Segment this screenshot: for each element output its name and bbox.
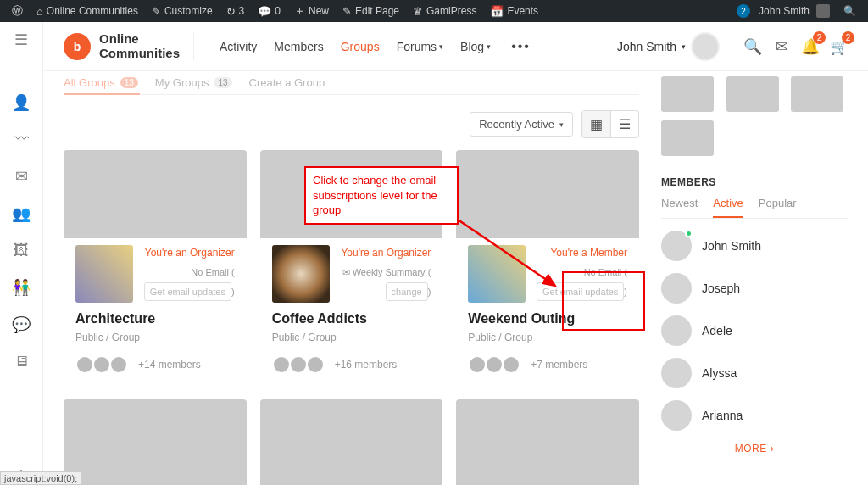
- chevron-down-icon: ▾: [682, 42, 686, 51]
- tab-all-groups[interactable]: All Groups13: [64, 76, 138, 89]
- rail-menu-icon[interactable]: ☰: [14, 31, 28, 49]
- user-menu[interactable]: John Smith▾: [617, 32, 720, 61]
- group-hero[interactable]: [260, 399, 443, 485]
- avatar: [289, 355, 308, 374]
- group-role: You're an Organizer: [145, 247, 235, 260]
- photo-thumb[interactable]: [661, 76, 714, 112]
- avatar: [75, 355, 94, 374]
- photo-widget: [661, 76, 848, 156]
- rail-user-icon[interactable]: 👤: [12, 93, 31, 112]
- group-card: [260, 399, 443, 485]
- inbox-icon[interactable]: ✉: [773, 38, 790, 55]
- group-hero[interactable]: [456, 399, 639, 485]
- nav-groups[interactable]: Groups: [341, 39, 380, 54]
- member-row[interactable]: Adele: [661, 315, 848, 346]
- rail-display-icon[interactable]: 🖥: [14, 353, 29, 371]
- sort-select[interactable]: Recently Active▾: [470, 112, 573, 137]
- wp-refresh[interactable]: ↻3: [221, 5, 250, 18]
- cart-badge: 2: [842, 31, 854, 44]
- group-card: [64, 399, 247, 485]
- bell-badge: 2: [813, 31, 826, 44]
- member-row[interactable]: Joseph: [661, 273, 848, 304]
- photo-thumb[interactable]: [726, 76, 779, 112]
- chevron-down-icon: ▾: [559, 120, 564, 129]
- wp-logo[interactable]: ⓦ: [7, 3, 28, 19]
- avatar: [661, 231, 692, 261]
- members-tab-popular[interactable]: Popular: [759, 197, 797, 218]
- nav-blog[interactable]: Blog ▾: [460, 39, 491, 54]
- members-more-link[interactable]: MORE ›: [661, 443, 848, 454]
- email-status: No Email (: [584, 267, 627, 277]
- group-hero[interactable]: [64, 399, 247, 485]
- wp-edit[interactable]: ✎Edit Page: [337, 5, 404, 18]
- online-indicator: [685, 230, 693, 237]
- email-status: No Email (: [191, 267, 234, 277]
- member-row[interactable]: Alyssa: [661, 358, 848, 388]
- wp-new[interactable]: ＋New: [289, 3, 334, 19]
- cart-icon[interactable]: 🛒2: [831, 38, 848, 55]
- members-tab-active[interactable]: Active: [713, 197, 743, 218]
- rail-inbox-icon[interactable]: ✉: [15, 167, 28, 186]
- wp-events[interactable]: 📅Events: [485, 5, 543, 18]
- wp-search-icon[interactable]: 🔍: [838, 5, 861, 17]
- avatar: [468, 355, 487, 374]
- nav-forums[interactable]: Forums ▾: [397, 39, 443, 54]
- email-change-link[interactable]: change: [386, 282, 428, 301]
- nav-more-icon[interactable]: •••: [511, 39, 531, 54]
- photo-thumb[interactable]: [661, 120, 714, 156]
- group-title[interactable]: Coffee Addicts: [272, 311, 431, 326]
- member-count[interactable]: +16 members: [335, 359, 398, 371]
- member-count[interactable]: +14 members: [138, 359, 201, 371]
- wp-customize[interactable]: ✎Customize: [147, 5, 218, 18]
- search-icon[interactable]: 🔍: [744, 38, 761, 55]
- tab-my-groups[interactable]: My Groups13: [155, 76, 232, 89]
- members-tab-newest[interactable]: Newest: [661, 197, 698, 218]
- avatar: [306, 355, 325, 374]
- annotation-callout: Click to change the email subscriptions …: [304, 166, 459, 225]
- rail-chat-icon[interactable]: 💬: [12, 315, 31, 334]
- group-title[interactable]: Architecture: [75, 311, 235, 326]
- wp-gamipress[interactable]: ♛GamiPress: [408, 5, 481, 18]
- email-status: Weekly Summary (: [353, 267, 431, 277]
- avatar: [92, 355, 111, 374]
- member-count[interactable]: +7 members: [531, 359, 587, 371]
- chevron-down-icon: ▾: [487, 42, 491, 51]
- group-role: You're an Organizer: [341, 247, 431, 260]
- members-heading: MEMBERS: [661, 176, 848, 188]
- wp-comments[interactable]: 💬0: [253, 5, 286, 18]
- rail-groups-icon[interactable]: 👥: [12, 204, 31, 223]
- avatar: [272, 355, 291, 374]
- email-icon: ✉: [342, 267, 353, 277]
- member-row[interactable]: Arianna: [661, 400, 848, 431]
- email-change-link[interactable]: Get email updates: [144, 282, 231, 301]
- group-hero[interactable]: [64, 150, 247, 238]
- nav-activity[interactable]: Activity: [220, 39, 257, 54]
- group-title[interactable]: Weekend Outing: [468, 311, 627, 326]
- chevron-down-icon: ▾: [439, 42, 443, 51]
- wp-site[interactable]: ⌂Online Communities: [31, 5, 143, 18]
- browser-status: javascript:void(0);: [0, 471, 81, 485]
- rail-activity-icon[interactable]: 〰: [14, 131, 29, 148]
- avatar: [485, 355, 504, 374]
- avatar: [661, 400, 692, 431]
- bell-icon[interactable]: 🔔2: [802, 38, 819, 55]
- brand-logo[interactable]: b Online Communities: [64, 32, 194, 60]
- group-tabs: All Groups13 My Groups13 Create a Group: [64, 71, 639, 95]
- rail-friends-icon[interactable]: 👫: [12, 278, 31, 297]
- avatar: [109, 355, 128, 374]
- rail-photo-icon[interactable]: 🖼: [14, 242, 29, 259]
- svg-line-0: [458, 220, 555, 286]
- list-view-icon[interactable]: ☰: [610, 111, 638, 137]
- group-thumb[interactable]: [75, 245, 133, 303]
- group-card: You're an Organizer No Email (Get email …: [64, 150, 247, 386]
- member-row[interactable]: John Smith: [661, 231, 848, 261]
- group-thumb[interactable]: [272, 245, 330, 303]
- grid-view-icon[interactable]: ▦: [582, 111, 610, 137]
- brand-name: Online Communities: [99, 32, 180, 60]
- wp-user-badge[interactable]: 2: [737, 4, 750, 18]
- photo-thumb[interactable]: [791, 76, 843, 112]
- nav-members[interactable]: Members: [274, 39, 323, 54]
- logo-mark-icon: b: [64, 33, 91, 60]
- tab-create-group[interactable]: Create a Group: [249, 76, 326, 89]
- wp-user[interactable]: John Smith: [754, 4, 835, 18]
